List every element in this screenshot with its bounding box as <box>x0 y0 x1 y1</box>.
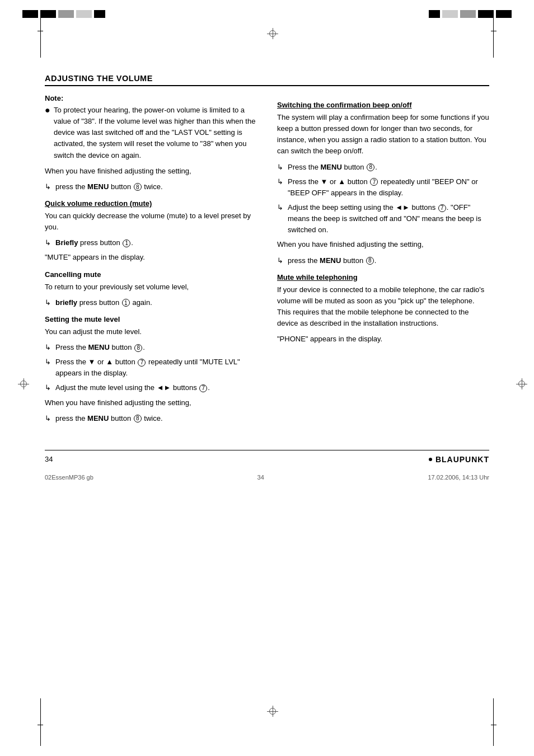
circled-num: 7 <box>199 384 207 392</box>
mark-block <box>496 10 512 18</box>
cancel-mute-text: To return to your previously set volume … <box>45 281 257 293</box>
mark-block <box>94 10 105 18</box>
trim-tick-left-bottom <box>38 725 43 725</box>
arrow-icon: ↳ <box>45 356 53 368</box>
crosshair-symbol-right <box>516 378 527 389</box>
mute-phone-display: "PHONE" appears in the display. <box>277 334 489 345</box>
crosshair-symbol-left <box>18 378 29 389</box>
mark-block <box>442 10 458 18</box>
note-bullet-item: ● To protect your hearing, the power-on … <box>45 105 257 161</box>
mute-level-instr1: ↳ Press the MENU button 8. <box>45 342 257 353</box>
crosshair-circle <box>20 381 27 387</box>
trim-line-right-top <box>493 10 494 58</box>
arrow-icon: ↳ <box>45 237 53 248</box>
trim-line-right-bottom <box>493 698 494 746</box>
crosshair-circle <box>269 708 276 715</box>
mute-level-text: You can adjust the mute level. <box>45 326 257 337</box>
bullet-icon: ● <box>45 106 50 161</box>
circled-num: 8 <box>134 183 142 191</box>
arrow-icon: ↳ <box>45 342 53 353</box>
cancel-mute-heading: Cancelling mute <box>45 270 257 279</box>
instruction-text: Press the ▼ or ▲ button 7 repeatedly unt… <box>288 176 489 199</box>
beep-finished-text: When you have finished adjusting the set… <box>277 239 489 250</box>
crosshair-symbol-bottom <box>267 706 278 717</box>
circled-num: 1 <box>123 240 130 247</box>
mark-block <box>429 10 440 18</box>
instruction-text: press the MENU button 8. <box>288 255 376 266</box>
footer-left: 02EssenMP36 gb <box>45 474 93 481</box>
marks-group-right <box>429 10 512 18</box>
footer-center: 34 <box>257 474 264 481</box>
arrow-icon: ↳ <box>277 255 285 266</box>
mute-level-instr2: ↳ Press the ▼ or ▲ button 7 repeatedly u… <box>45 356 257 379</box>
right-column: Switching the confirmation beep on/off T… <box>277 94 489 428</box>
top-registration-marks <box>0 0 534 18</box>
arrow-icon: ↳ <box>277 162 285 173</box>
instruction-text: Press the MENU button 8. <box>55 342 145 353</box>
circled-num: 8 <box>367 163 374 171</box>
mute-finished-text: When you have finished adjusting the set… <box>45 397 257 408</box>
mark-block <box>460 10 476 18</box>
trim-tick-right-top <box>491 31 496 31</box>
bottom-section: 34 BLAUPUNKT <box>45 450 489 464</box>
beep-text: The system will play a confirmation beep… <box>277 112 489 157</box>
circled-num: 8 <box>366 257 374 265</box>
quick-vol-instruction: ↳ Briefly press button 1. <box>45 237 257 248</box>
instruction-text: briefly press button 1 again. <box>55 297 152 308</box>
circled-num: 8 <box>134 344 142 352</box>
mark-block <box>22 10 38 18</box>
mark-block <box>76 10 92 18</box>
quick-vol-text: You can quickly decrease the volume (mut… <box>45 210 257 233</box>
instruction-text: Adjust the mute level using the ◄► butto… <box>55 382 210 393</box>
trim-tick-right-bottom <box>491 725 496 725</box>
instruction-text: Adjust the beep setting using the ◄► but… <box>288 202 489 236</box>
arrow-icon: ↳ <box>277 176 285 187</box>
beep-heading-text: Switching the confirmation beep on/off <box>277 101 412 109</box>
circled-num: 7 <box>438 204 446 212</box>
two-column-layout: Note: ● To protect your hearing, the pow… <box>45 94 489 428</box>
arrow-icon: ↳ <box>45 382 53 393</box>
arrow-icon: ↳ <box>277 202 285 213</box>
footer-metadata: 02EssenMP36 gb 34 17.02.2006, 14:13 Uhr <box>45 474 489 481</box>
instruction-text: Press the ▼ or ▲ button 7 repeatedly unt… <box>55 356 257 379</box>
brand-dot-icon <box>429 458 432 461</box>
after-note-text: When you have finished adjusting the set… <box>45 166 257 177</box>
section-title: ADJUSTING THE VOLUME <box>45 74 489 86</box>
arrow-icon: ↳ <box>45 413 53 424</box>
crosshair-symbol <box>267 28 278 39</box>
note-label: Note: <box>45 94 257 102</box>
crosshair-circle <box>269 30 276 37</box>
note-bullet-text: To protect your hearing, the power-on vo… <box>54 105 257 161</box>
instruction-text: Briefly press button 1. <box>55 237 133 248</box>
instruction-text: press the MENU button 8 twice. <box>55 413 163 424</box>
circled-num: 7 <box>370 178 378 186</box>
beep-heading: Switching the confirmation beep on/off <box>277 101 489 109</box>
mark-block <box>478 10 494 18</box>
left-column: Note: ● To protect your hearing, the pow… <box>45 94 257 428</box>
beep-instr2: ↳ Press the ▼ or ▲ button 7 repeatedly u… <box>277 176 489 199</box>
footer-right: 17.02.2006, 14:13 Uhr <box>428 474 489 481</box>
instruction-text: Press the MENU button 8. <box>288 162 377 173</box>
mark-block <box>40 10 56 18</box>
quick-vol-heading: Quick volume reduction (mute) <box>45 199 257 208</box>
mute-phone-text: If your device is connected to a mobile … <box>277 284 489 330</box>
marks-group-left <box>22 10 105 18</box>
after-note-instruction: ↳ press the MENU button 8 twice. <box>45 181 257 192</box>
brand-text: BLAUPUNKT <box>435 455 489 464</box>
instruction-text: press the MENU button 8 twice. <box>55 181 163 192</box>
beep-instr3: ↳ Adjust the beep setting using the ◄► b… <box>277 202 489 236</box>
brand-name: BLAUPUNKT <box>429 455 489 464</box>
mute-level-instr3: ↳ Adjust the mute level using the ◄► but… <box>45 382 257 393</box>
page-number: 34 <box>45 455 53 463</box>
trim-line-left-top <box>40 10 41 58</box>
circled-num: 8 <box>134 415 142 422</box>
page-content: ADJUSTING THE VOLUME Note: ● To protect … <box>45 74 489 481</box>
trim-tick-left-top <box>38 31 43 31</box>
beep-finished-instruction: ↳ press the MENU button 8. <box>277 255 489 266</box>
arrow-icon: ↳ <box>45 297 53 308</box>
trim-line-left-bottom <box>40 698 41 746</box>
mute-finished-instruction: ↳ press the MENU button 8 twice. <box>45 413 257 424</box>
circled-num: 1 <box>122 299 130 307</box>
mute-level-heading: Setting the mute level <box>45 315 257 323</box>
mark-block <box>58 10 74 18</box>
